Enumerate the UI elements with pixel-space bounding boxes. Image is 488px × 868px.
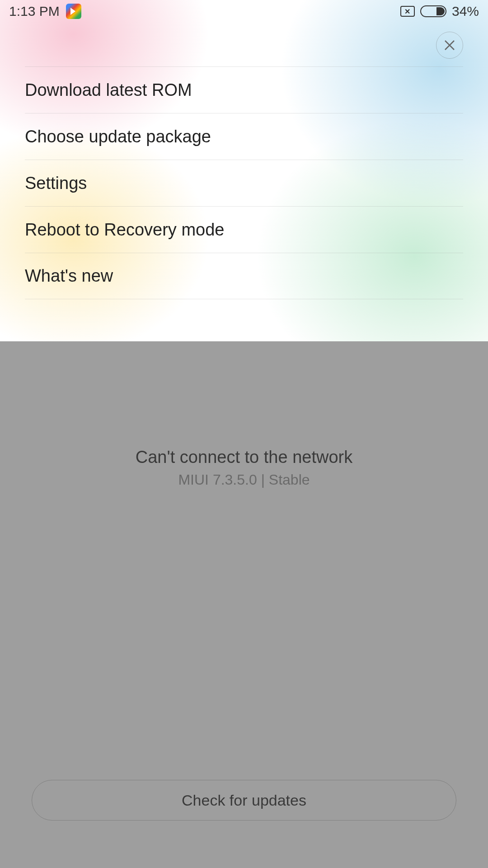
update-status-section: Can't connect to the network MIUI 7.3.5.… — [0, 341, 488, 868]
menu-list: Download latest ROM Choose update packag… — [25, 23, 463, 299]
menu-item-choose-package[interactable]: Choose update package — [25, 113, 463, 160]
check-updates-label: Check for updates — [182, 792, 306, 809]
menu-item-label: Reboot to Recovery mode — [25, 220, 224, 240]
menu-item-label: Settings — [25, 174, 87, 193]
close-button[interactable] — [436, 32, 463, 59]
menu-item-settings[interactable]: Settings — [25, 160, 463, 206]
miui-version: MIUI 7.3.5.0 | Stable — [178, 472, 310, 488]
menu-item-label: Choose update package — [25, 127, 211, 146]
menu-overlay: Download latest ROM Choose update packag… — [0, 23, 488, 299]
status-time: 1:13 PM — [9, 4, 60, 19]
play-store-icon — [66, 4, 81, 19]
no-sim-icon — [400, 6, 415, 17]
battery-icon — [420, 5, 446, 17]
status-bar-right: 34% — [400, 4, 479, 19]
menu-item-label: Download latest ROM — [25, 80, 192, 100]
menu-item-reboot-recovery[interactable]: Reboot to Recovery mode — [25, 206, 463, 253]
status-bar-left: 1:13 PM — [9, 4, 81, 19]
menu-item-download-rom[interactable]: Download latest ROM — [25, 66, 463, 113]
menu-item-label: What's new — [25, 266, 113, 286]
battery-percent: 34% — [452, 4, 479, 19]
menu-item-whats-new[interactable]: What's new — [25, 253, 463, 299]
check-updates-button[interactable]: Check for updates — [32, 780, 456, 821]
status-bar: 1:13 PM 34% — [0, 0, 488, 23]
close-icon — [443, 39, 456, 52]
network-error-message: Can't connect to the network — [136, 448, 352, 467]
